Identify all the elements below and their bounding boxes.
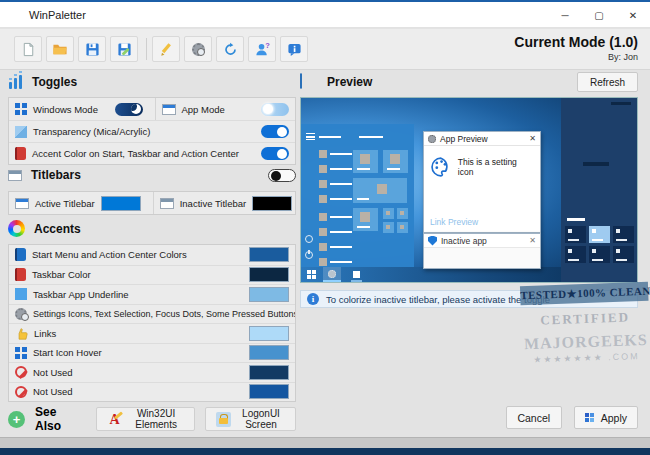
plus-icon: + (8, 411, 25, 428)
right-panel: Preview Refresh (300, 72, 644, 440)
accent-row-underline: Taskbar App Underline (9, 284, 295, 304)
transparency-toggle[interactable] (261, 125, 289, 138)
windows-logo-icon (585, 413, 595, 423)
color-wheel-icon (8, 220, 25, 237)
open-file-icon (52, 42, 68, 57)
accents-header-label: Accents (34, 222, 81, 236)
toggles-group: Windows Mode App Mode Transparency (Mica… (8, 97, 296, 165)
accent-color-toggle[interactable] (261, 147, 289, 160)
note-text: To colorize inactive titlebar, please ac… (326, 294, 550, 305)
current-mode-title: Current Mode (1.0) (514, 34, 638, 50)
taskbar-app-icon (353, 271, 360, 278)
win32ui-elements-button[interactable]: A Win32UI Elements (96, 407, 195, 431)
book-red-icon (15, 147, 26, 160)
toggles-header-label: Toggles (32, 75, 77, 89)
titlebars-icon (8, 170, 22, 181)
logonui-screen-button[interactable]: LogonUI Screen (205, 407, 296, 431)
close-button[interactable]: ✕ (616, 2, 650, 28)
start-settings-icon (305, 235, 313, 243)
maximize-button[interactable]: ▢ (582, 2, 616, 28)
gear-icon (192, 43, 205, 56)
monitor-icon (300, 74, 318, 89)
inactive-titlebar-swatch[interactable] (252, 196, 292, 211)
save-button[interactable] (78, 36, 106, 62)
active-titlebar-swatch[interactable] (101, 196, 141, 211)
info-icon: i (307, 293, 319, 305)
save-as-button[interactable] (110, 36, 138, 62)
whats-new-button[interactable]: ? (248, 36, 276, 62)
see-also-bar: + See Also A Win32UI Elements LogonUI Sc… (8, 405, 296, 433)
winpaletter-logo-icon (8, 8, 22, 22)
preview-start-menu (301, 124, 414, 267)
accent-swatch[interactable] (249, 247, 289, 262)
inactive-window-title: Inactive app (441, 236, 487, 246)
new-theme-button[interactable] (14, 36, 42, 62)
titlebars-toggle[interactable] (268, 169, 296, 182)
settings-button[interactable] (184, 36, 212, 62)
windows-logo-icon (15, 347, 27, 359)
taskbar-active-app (323, 267, 341, 282)
palette-icon (430, 156, 452, 178)
watermark-certified: CERTIFIED (521, 309, 649, 329)
window-titlebar: WinPaletter ─ ▢ ✕ (0, 2, 650, 28)
user-help-icon: ? (255, 42, 270, 57)
apply-button[interactable]: Apply (574, 406, 638, 429)
close-icon: ✕ (529, 236, 536, 245)
active-titlebar-row: Active Titlebar (9, 192, 147, 214)
accent-swatch[interactable] (249, 345, 289, 360)
see-also-label: See Also (35, 405, 72, 433)
app-mode-row: App Mode (155, 98, 296, 120)
quick-action-tile-active (589, 226, 610, 243)
toolbar: ? Current Mode (1.0) By: Jon (0, 29, 650, 70)
accent-swatch[interactable] (249, 267, 289, 282)
hand-icon (15, 327, 28, 340)
edit-theme-button[interactable] (152, 36, 180, 62)
close-icon: ✕ (529, 134, 536, 143)
edit-pencil-icon (159, 42, 174, 57)
transparency-icon (15, 126, 27, 138)
refresh-button[interactable] (216, 36, 244, 62)
accent-label: Not Used (33, 386, 73, 397)
gear-icon (428, 135, 436, 143)
accent-swatch[interactable] (249, 365, 289, 380)
accent-row-notused-1: Not Used (9, 362, 295, 382)
inactive-titlebar-icon (160, 198, 174, 209)
accent-row-settings-icons: Settings Icons, Text Selection, Focus Do… (9, 304, 295, 324)
preview-refresh-button[interactable]: Refresh (577, 72, 638, 92)
no-entry-icon (15, 386, 27, 398)
quick-action-tile (613, 246, 634, 263)
no-entry-icon (15, 366, 27, 378)
watermark-brand: MAJORGEEKS (522, 331, 650, 353)
about-button[interactable] (280, 36, 308, 62)
book-blue-icon (15, 248, 26, 261)
setting-icon-text: This is a setting icon (458, 157, 534, 177)
status-bar (0, 437, 650, 448)
app-mode-toggle[interactable] (261, 103, 289, 116)
shield-icon (428, 236, 437, 246)
accent-label: Start Icon Hover (33, 347, 102, 358)
preview-taskbar (301, 267, 563, 282)
inactive-titlebar-row: Inactive Titlebar (153, 192, 295, 214)
link-preview[interactable]: Link Preview (430, 217, 478, 227)
toggles-section-header: Toggles (8, 74, 296, 89)
preview-header-label: Preview (327, 75, 372, 89)
new-file-icon (21, 42, 36, 57)
window-title: WinPaletter (29, 9, 86, 21)
cancel-button[interactable]: Cancel (506, 406, 562, 429)
open-theme-button[interactable] (46, 36, 74, 62)
windows-mode-toggle[interactable] (115, 103, 143, 116)
accent-swatch[interactable] (249, 287, 289, 302)
svg-text:?: ? (265, 42, 270, 50)
accent-row-taskbar: Taskbar Color (9, 265, 295, 285)
quick-action-tile (565, 226, 586, 243)
accent-label: Start Menu and Action Center Colors (32, 249, 187, 260)
app-mode-label: App Mode (182, 104, 225, 115)
accent-swatch[interactable] (249, 384, 289, 399)
book-red-icon (15, 268, 26, 281)
accent-label: Taskbar Color (32, 269, 91, 280)
titlebars-section-header: Titlebars (8, 168, 296, 182)
inactive-titlebar-label: Inactive Titlebar (180, 198, 247, 209)
accent-swatch[interactable] (249, 326, 289, 341)
minimize-button[interactable]: ─ (548, 2, 582, 28)
accent-label: Settings Icons, Text Selection, Focus Do… (33, 309, 295, 319)
